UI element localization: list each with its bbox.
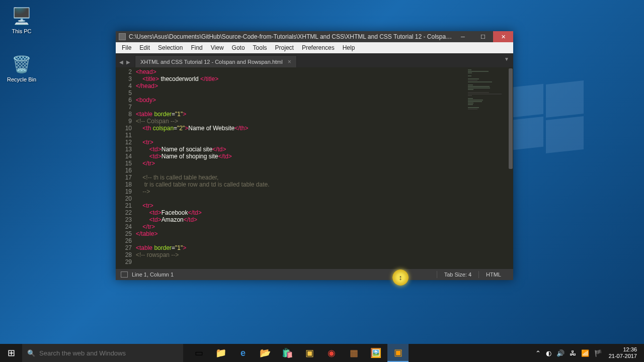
tray-icon-4[interactable]: 📶 xyxy=(579,349,592,357)
monitor-icon: 🖥️ xyxy=(12,6,32,26)
tray-date: 21-07-2017 xyxy=(609,353,637,359)
scrollbar-thumb[interactable] xyxy=(509,68,513,169)
taskbar-icons: ▭📁e📂🛍️▣◉▦🖼️▣ xyxy=(183,344,409,362)
tab-close-icon[interactable]: × xyxy=(288,58,291,65)
taskbar-task-view[interactable]: ▭ xyxy=(188,344,209,362)
taskbar-sublime[interactable]: ▣ xyxy=(387,344,409,362)
tab-label: XHTML and CSS Tutorial 12 - Colspan and … xyxy=(140,59,283,65)
start-button[interactable]: ⊞ xyxy=(0,344,22,362)
desktop-icon-label: Recycle Bin xyxy=(4,76,39,82)
status-position[interactable]: Line 1, Column 1 xyxy=(132,272,437,278)
taskbar-chrome[interactable]: ◉ xyxy=(321,344,342,362)
code-editor[interactable]: 2345678910111213141516171819202122232425… xyxy=(116,67,513,269)
line-gutter: 2345678910111213141516171819202122232425… xyxy=(116,67,136,269)
tabbar: ◀ ▶ XHTML and CSS Tutorial 12 - Colspan … xyxy=(116,53,513,67)
tray-icon-3[interactable]: 🖧 xyxy=(567,349,579,357)
menu-goto[interactable]: Goto xyxy=(228,43,249,52)
tray-clock[interactable]: 12:36 21-07-2017 xyxy=(605,346,641,359)
search-input[interactable] xyxy=(39,349,178,357)
menu-edit[interactable]: Edit xyxy=(135,43,154,52)
tray-icon-5[interactable]: 🏴 xyxy=(592,349,605,357)
tray-icon-1[interactable]: ◐ xyxy=(543,349,554,357)
close-button[interactable]: ✕ xyxy=(493,31,513,42)
taskbar: ⊞ 🔍 ▭📁e📂🛍️▣◉▦🖼️▣ ⌃◐🔊🖧📶🏴 12:36 21-07-2017 xyxy=(0,344,644,362)
taskbar-app-4[interactable]: 🖼️ xyxy=(365,344,386,362)
system-tray: ⌃◐🔊🖧📶🏴 12:36 21-07-2017 xyxy=(533,344,644,362)
taskbar-edge[interactable]: e xyxy=(232,344,254,362)
trash-icon: 🗑️ xyxy=(12,54,32,74)
minimap[interactable] xyxy=(468,69,508,100)
menu-selection[interactable]: Selection xyxy=(154,43,187,52)
panel-icon[interactable] xyxy=(121,272,128,278)
window-title: C:\Users\Asus\Documents\GitHub\Source-Co… xyxy=(129,33,453,40)
taskbar-explorer[interactable]: 📂 xyxy=(255,344,276,362)
search-box[interactable]: 🔍 xyxy=(22,344,183,362)
minimize-button[interactable]: ─ xyxy=(453,31,473,42)
tab-nav-left[interactable]: ◀ xyxy=(118,56,125,67)
status-language[interactable]: HTML xyxy=(479,272,508,278)
menu-help[interactable]: Help xyxy=(339,43,359,52)
editor-window: C:\Users\Asus\Documents\GitHub\Source-Co… xyxy=(116,31,513,280)
menu-find[interactable]: Find xyxy=(187,43,206,52)
taskbar-store[interactable]: 🛍️ xyxy=(277,344,298,362)
menu-view[interactable]: View xyxy=(207,43,228,52)
statusbar: Line 1, Column 1 Tab Size: 4 HTML xyxy=(116,269,513,280)
menu-tools[interactable]: Tools xyxy=(249,43,271,52)
vertical-scrollbar[interactable] xyxy=(508,67,513,269)
menu-file[interactable]: File xyxy=(118,43,135,52)
tray-icon-0[interactable]: ⌃ xyxy=(533,349,543,357)
maximize-button[interactable]: ☐ xyxy=(473,31,493,42)
desktop-wallpaper-logo xyxy=(513,85,584,156)
desktop-icon-this-pc[interactable]: 🖥️ This PC xyxy=(4,6,39,34)
menu-project[interactable]: Project xyxy=(271,43,298,52)
app-icon xyxy=(119,33,126,40)
code-area[interactable]: <head> <title> thecoderworld </title></h… xyxy=(136,67,513,269)
taskbar-app-2[interactable]: ▣ xyxy=(299,344,320,362)
tray-time: 12:36 xyxy=(609,346,637,353)
file-tab[interactable]: XHTML and CSS Tutorial 12 - Colspan and … xyxy=(135,55,297,67)
taskbar-app-1[interactable]: 📁 xyxy=(210,344,231,362)
tab-list-dropdown[interactable]: ▼ xyxy=(504,56,509,62)
resize-cursor-icon: ↕ xyxy=(392,269,409,286)
taskbar-app-3[interactable]: ▦ xyxy=(343,344,364,362)
menu-preferences[interactable]: Preferences xyxy=(298,43,339,52)
desktop-icon-label: This PC xyxy=(4,28,39,34)
desktop-icon-recycle-bin[interactable]: 🗑️ Recycle Bin xyxy=(4,54,39,82)
tab-nav-right[interactable]: ▶ xyxy=(125,56,132,67)
window-titlebar[interactable]: C:\Users\Asus\Documents\GitHub\Source-Co… xyxy=(116,31,513,42)
status-tab-size[interactable]: Tab Size: 4 xyxy=(437,272,478,278)
tray-icon-2[interactable]: 🔊 xyxy=(554,349,567,357)
menubar: FileEditSelectionFindViewGotoToolsProjec… xyxy=(116,42,513,53)
search-icon: 🔍 xyxy=(27,349,35,357)
